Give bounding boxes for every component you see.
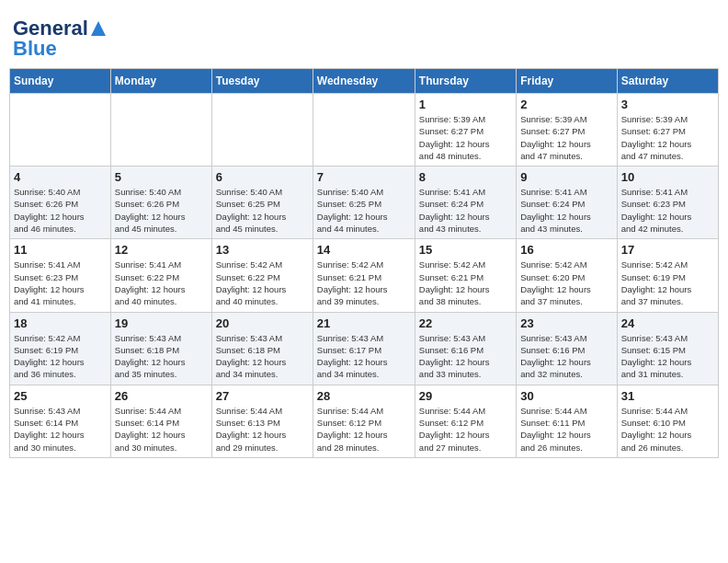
- day-number: 27: [216, 389, 309, 403]
- calendar-day-cell: 21Sunrise: 5:43 AM Sunset: 6:17 PM Dayli…: [313, 312, 415, 385]
- day-info: Sunrise: 5:44 AM Sunset: 6:10 PM Dayligh…: [621, 405, 714, 454]
- calendar-day-cell: 2Sunrise: 5:39 AM Sunset: 6:27 PM Daylig…: [517, 94, 617, 167]
- calendar-week-row: 25Sunrise: 5:43 AM Sunset: 6:14 PM Dayli…: [10, 385, 719, 457]
- day-number: 6: [216, 170, 309, 184]
- calendar-day-cell: 11Sunrise: 5:41 AM Sunset: 6:23 PM Dayli…: [10, 239, 111, 312]
- calendar-week-row: 11Sunrise: 5:41 AM Sunset: 6:23 PM Dayli…: [10, 239, 719, 312]
- calendar-day-cell: 4Sunrise: 5:40 AM Sunset: 6:26 PM Daylig…: [10, 167, 111, 239]
- calendar-day-cell: 5Sunrise: 5:40 AM Sunset: 6:26 PM Daylig…: [110, 167, 211, 239]
- calendar-day-cell: 17Sunrise: 5:42 AM Sunset: 6:19 PM Dayli…: [617, 239, 718, 312]
- day-number: 21: [317, 316, 411, 330]
- calendar-day-cell: [313, 94, 415, 167]
- svg-marker-0: [91, 21, 106, 36]
- day-info: Sunrise: 5:41 AM Sunset: 6:24 PM Dayligh…: [520, 186, 612, 235]
- calendar-day-cell: 29Sunrise: 5:44 AM Sunset: 6:12 PM Dayli…: [415, 385, 516, 457]
- day-info: Sunrise: 5:42 AM Sunset: 6:21 PM Dayligh…: [317, 259, 411, 307]
- day-of-week-header: Tuesday: [211, 69, 313, 94]
- calendar-week-row: 18Sunrise: 5:42 AM Sunset: 6:19 PM Dayli…: [10, 312, 719, 385]
- day-number: 7: [317, 170, 411, 184]
- day-info: Sunrise: 5:43 AM Sunset: 6:15 PM Dayligh…: [621, 332, 714, 381]
- day-number: 30: [520, 389, 612, 403]
- calendar-day-cell: [110, 94, 211, 167]
- calendar-day-cell: [10, 94, 111, 167]
- day-info: Sunrise: 5:44 AM Sunset: 6:11 PM Dayligh…: [520, 405, 612, 454]
- day-number: 9: [520, 170, 612, 184]
- day-info: Sunrise: 5:40 AM Sunset: 6:25 PM Dayligh…: [216, 186, 309, 235]
- day-number: 3: [621, 98, 714, 111]
- page-header: General Blue: [9, 9, 719, 64]
- day-info: Sunrise: 5:43 AM Sunset: 6:16 PM Dayligh…: [419, 332, 512, 381]
- day-of-week-header: Wednesday: [313, 69, 415, 94]
- calendar-week-row: 1Sunrise: 5:39 AM Sunset: 6:27 PM Daylig…: [10, 94, 719, 167]
- day-number: 19: [115, 316, 208, 330]
- day-number: 24: [621, 316, 714, 330]
- day-info: Sunrise: 5:43 AM Sunset: 6:16 PM Dayligh…: [520, 332, 612, 381]
- day-info: Sunrise: 5:42 AM Sunset: 6:19 PM Dayligh…: [14, 332, 107, 381]
- calendar-day-cell: 27Sunrise: 5:44 AM Sunset: 6:13 PM Dayli…: [211, 385, 313, 457]
- calendar-day-cell: 18Sunrise: 5:42 AM Sunset: 6:19 PM Dayli…: [10, 312, 111, 385]
- calendar-day-cell: 8Sunrise: 5:41 AM Sunset: 6:24 PM Daylig…: [415, 167, 516, 239]
- day-number: 4: [14, 170, 107, 184]
- day-info: Sunrise: 5:41 AM Sunset: 6:24 PM Dayligh…: [419, 186, 512, 235]
- day-number: 15: [419, 243, 512, 257]
- day-number: 1: [419, 98, 512, 111]
- day-of-week-header: Thursday: [415, 69, 516, 94]
- calendar-day-cell: 7Sunrise: 5:40 AM Sunset: 6:25 PM Daylig…: [313, 167, 415, 239]
- calendar-day-cell: 22Sunrise: 5:43 AM Sunset: 6:16 PM Dayli…: [415, 312, 516, 385]
- calendar-day-cell: 28Sunrise: 5:44 AM Sunset: 6:12 PM Dayli…: [313, 385, 415, 457]
- calendar-day-cell: 13Sunrise: 5:42 AM Sunset: 6:22 PM Dayli…: [211, 239, 313, 312]
- day-info: Sunrise: 5:43 AM Sunset: 6:14 PM Dayligh…: [14, 405, 107, 454]
- day-number: 18: [14, 316, 107, 330]
- calendar-day-cell: 26Sunrise: 5:44 AM Sunset: 6:14 PM Dayli…: [110, 385, 211, 457]
- day-number: 14: [317, 243, 411, 257]
- day-info: Sunrise: 5:44 AM Sunset: 6:12 PM Dayligh…: [317, 405, 411, 454]
- calendar-day-cell: [211, 94, 313, 167]
- day-number: 26: [115, 389, 208, 403]
- day-info: Sunrise: 5:43 AM Sunset: 6:17 PM Dayligh…: [317, 332, 411, 381]
- calendar-day-cell: 15Sunrise: 5:42 AM Sunset: 6:21 PM Dayli…: [415, 239, 516, 312]
- day-number: 16: [520, 243, 612, 257]
- day-number: 17: [621, 243, 714, 257]
- day-number: 23: [520, 316, 612, 330]
- day-info: Sunrise: 5:41 AM Sunset: 6:23 PM Dayligh…: [14, 259, 107, 307]
- calendar-day-cell: 16Sunrise: 5:42 AM Sunset: 6:20 PM Dayli…: [517, 239, 617, 312]
- day-info: Sunrise: 5:42 AM Sunset: 6:19 PM Dayligh…: [621, 259, 714, 307]
- day-number: 29: [419, 389, 512, 403]
- calendar-day-cell: 9Sunrise: 5:41 AM Sunset: 6:24 PM Daylig…: [517, 167, 617, 239]
- day-number: 10: [621, 170, 714, 184]
- day-info: Sunrise: 5:43 AM Sunset: 6:18 PM Dayligh…: [216, 332, 309, 381]
- day-number: 12: [115, 243, 208, 257]
- day-info: Sunrise: 5:42 AM Sunset: 6:20 PM Dayligh…: [520, 259, 612, 307]
- day-number: 13: [216, 243, 309, 257]
- day-info: Sunrise: 5:44 AM Sunset: 6:14 PM Dayligh…: [115, 405, 208, 454]
- calendar-day-cell: 10Sunrise: 5:41 AM Sunset: 6:23 PM Dayli…: [617, 167, 718, 239]
- logo: General Blue: [13, 17, 108, 61]
- calendar-table: SundayMondayTuesdayWednesdayThursdayFrid…: [9, 68, 719, 458]
- calendar-day-cell: 14Sunrise: 5:42 AM Sunset: 6:21 PM Dayli…: [313, 239, 415, 312]
- day-number: 31: [621, 389, 714, 403]
- day-info: Sunrise: 5:44 AM Sunset: 6:12 PM Dayligh…: [419, 405, 512, 454]
- calendar-day-cell: 30Sunrise: 5:44 AM Sunset: 6:11 PM Dayli…: [517, 385, 617, 457]
- day-number: 20: [216, 316, 309, 330]
- day-of-week-header: Saturday: [617, 69, 718, 94]
- day-of-week-header: Friday: [517, 69, 617, 94]
- logo-blue: Blue: [13, 37, 57, 61]
- day-number: 8: [419, 170, 512, 184]
- calendar-day-cell: 24Sunrise: 5:43 AM Sunset: 6:15 PM Dayli…: [617, 312, 718, 385]
- calendar-week-row: 4Sunrise: 5:40 AM Sunset: 6:26 PM Daylig…: [10, 167, 719, 239]
- day-info: Sunrise: 5:40 AM Sunset: 6:26 PM Dayligh…: [14, 186, 107, 235]
- day-number: 2: [520, 98, 612, 111]
- day-of-week-header: Sunday: [10, 69, 111, 94]
- day-of-week-header: Monday: [110, 69, 211, 94]
- day-info: Sunrise: 5:40 AM Sunset: 6:26 PM Dayligh…: [115, 186, 208, 235]
- day-info: Sunrise: 5:43 AM Sunset: 6:18 PM Dayligh…: [115, 332, 208, 381]
- day-number: 11: [14, 243, 107, 257]
- calendar-day-cell: 3Sunrise: 5:39 AM Sunset: 6:27 PM Daylig…: [617, 94, 718, 167]
- day-info: Sunrise: 5:42 AM Sunset: 6:21 PM Dayligh…: [419, 259, 512, 307]
- calendar-day-cell: 1Sunrise: 5:39 AM Sunset: 6:27 PM Daylig…: [415, 94, 516, 167]
- day-info: Sunrise: 5:39 AM Sunset: 6:27 PM Dayligh…: [520, 113, 612, 162]
- calendar-day-cell: 20Sunrise: 5:43 AM Sunset: 6:18 PM Dayli…: [211, 312, 313, 385]
- day-number: 25: [14, 389, 107, 403]
- calendar-day-cell: 31Sunrise: 5:44 AM Sunset: 6:10 PM Dayli…: [617, 385, 718, 457]
- calendar-day-cell: 12Sunrise: 5:41 AM Sunset: 6:22 PM Dayli…: [110, 239, 211, 312]
